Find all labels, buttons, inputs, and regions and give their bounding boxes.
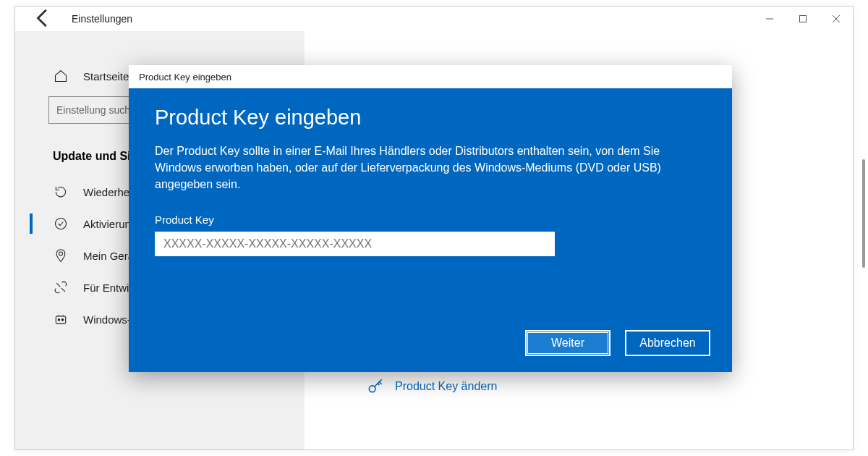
titlebar: Einstellungen: [15, 7, 853, 31]
sidebar-home-label: Startseite: [83, 70, 129, 83]
svg-point-4: [56, 219, 67, 229]
product-key-dialog: Product Key eingeben Product Key eingebe…: [129, 65, 732, 372]
cancel-button[interactable]: Abbrechen: [625, 330, 710, 356]
dialog-heading: Product Key eingeben: [155, 106, 706, 130]
refresh-icon: [53, 185, 69, 199]
close-button[interactable]: [820, 7, 853, 30]
next-button[interactable]: Weiter: [525, 330, 610, 356]
back-button[interactable]: [33, 7, 54, 31]
window-title: Einstellungen: [72, 13, 132, 25]
home-icon: [53, 69, 69, 83]
scrollbar-thumb[interactable]: [862, 159, 865, 268]
key-icon: [366, 377, 385, 396]
minimize-button[interactable]: [753, 7, 786, 30]
dialog-titlebar: Product Key eingeben: [129, 65, 732, 88]
dialog-window-title: Product Key eingeben: [139, 72, 231, 83]
dialog-description: Der Product Key sollte in einer E-Mail I…: [155, 143, 706, 193]
product-key-label: Product Key: [155, 214, 706, 226]
change-key-label: Product Key ändern: [395, 380, 497, 393]
maximize-button[interactable]: [786, 7, 820, 30]
svg-point-5: [59, 252, 63, 256]
svg-point-9: [369, 386, 375, 392]
insider-icon: [53, 312, 69, 326]
location-icon: [53, 248, 69, 263]
tools-icon: [53, 280, 69, 295]
svg-rect-6: [56, 316, 65, 324]
svg-rect-1: [800, 16, 807, 22]
svg-point-8: [61, 319, 64, 321]
product-key-input[interactable]: [155, 232, 555, 256]
check-circle-icon: [53, 216, 69, 231]
svg-point-7: [58, 319, 60, 321]
change-product-key-link[interactable]: Product Key ändern: [366, 377, 497, 396]
